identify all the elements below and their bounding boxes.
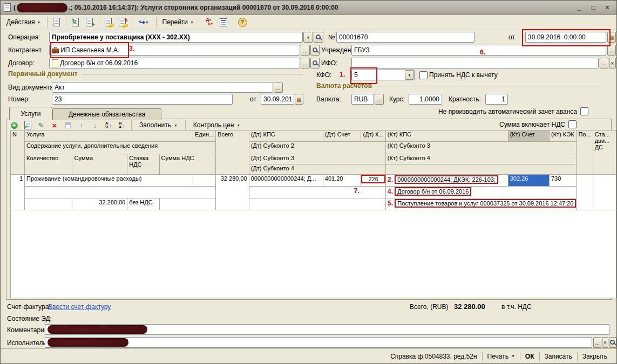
cell-total[interactable]: 32 280,00 [216,175,249,210]
tab-services[interactable]: Услуги [9,107,52,120]
table-empty-area[interactable] [11,210,616,298]
cell-dt-account[interactable]: 401.20 [323,175,361,187]
col-header-kt-sub3[interactable]: (Кт) Субконто 3 [385,142,577,154]
goto-menu-button[interactable]: Перейти ▼ [159,17,198,27]
contract-browse-button[interactable]: ... [301,58,310,68]
col-header-dt-kek[interactable]: (Дт) К... [361,131,385,142]
report-structure-button[interactable] [217,17,230,28]
rate-input[interactable] [409,94,442,105]
cell-n[interactable]: 1 [11,175,25,210]
contract-field[interactable]: Договор б/н от 06.09.2016 [49,58,300,68]
institution-browse-button[interactable]: ... [607,45,616,56]
cell-kt-kps[interactable]: 2.0000000000000244; ДКЭК: 226-103; [385,175,508,187]
help-button[interactable]: ? [236,17,249,28]
cell-quantity[interactable] [25,198,72,210]
tab-obligations[interactable]: Денежные обязательства [52,108,161,120]
output-list-button[interactable]: ↪ ▼ [135,17,153,28]
counterparty-browse-button[interactable]: ... [301,45,310,56]
institution-input[interactable] [351,45,606,56]
currency-input[interactable] [351,94,374,105]
maximize-button[interactable]: □ [587,3,599,12]
col-header-dt-sub4[interactable]: (Дт) Субконто 4 [249,164,385,175]
col-header-vat-rate[interactable]: Ставка НДС [127,154,159,175]
col-header-service[interactable]: Услуга [25,131,193,142]
close-button[interactable]: Закрыть [578,353,612,360]
cell-vat-sum[interactable] [159,198,216,210]
comment-input[interactable] [45,324,609,335]
post-and-close-button[interactable]: ← [50,17,63,28]
cell-kt-account-selected[interactable]: 302.26 [508,175,549,187]
executor-browse-button[interactable]: ... [593,337,601,348]
contract-search-button[interactable] [310,58,320,68]
operation-input[interactable] [49,32,303,43]
primary-doc-calendar-button[interactable]: ▦ [295,94,303,105]
sort-ascending-button[interactable]: АЯ↓ [103,120,114,131]
table-row[interactable]: 1 Проживание (командировочные расходы) 3… [11,175,616,187]
cell-dt-kek[interactable]: 226 [361,175,385,187]
move-up-button[interactable]: ↑ [76,120,87,131]
cell-po[interactable] [577,175,593,210]
sum-includes-vat-checkbox[interactable] [568,120,577,128]
counterparty-search-button[interactable] [310,45,320,56]
edit-row-button[interactable]: ✎ [35,120,47,131]
executor-clear-button[interactable]: × [602,337,608,348]
cell-content[interactable] [25,187,216,198]
col-header-unit[interactable]: Един... [193,131,216,142]
refresh-button[interactable]: ↻ [69,17,82,28]
col-header-dt-account[interactable]: (Дт) Счет [323,131,361,142]
unpost-document-button[interactable]: ↰ [116,17,129,28]
minimize-button[interactable]: _ [573,3,585,12]
services-table[interactable]: N Услуга Един... Всего (Дт) КПС (Дт) Сче… [10,130,616,298]
save-button[interactable]: Записать [540,353,577,360]
cell-dt-sub3[interactable] [249,198,385,210]
primary-doc-number-input[interactable] [52,94,233,105]
col-header-kt-kps[interactable]: (Кт) КПС [385,131,508,142]
post-document-button[interactable] [102,17,115,28]
operation-dropdown-button[interactable]: ▼ [303,32,313,43]
col-header-dt-kps[interactable]: (Дт) КПС [249,131,323,142]
doc-type-input[interactable] [52,82,273,93]
accept-vat-checkbox[interactable] [419,71,428,79]
copy-row-button[interactable]: + [22,120,33,131]
col-header-dt-sub2[interactable]: (Дт) Субконто 2 [249,142,385,154]
ifo-input[interactable] [351,58,599,68]
cell-dt-sub2[interactable]: 7. [249,187,385,198]
cell-vat-rate[interactable]: без НДС [127,198,159,210]
fill-menu-button[interactable]: Заполнить ▼ [135,121,182,129]
col-header-quantity[interactable]: Количество [25,154,72,175]
no-auto-offset-checkbox[interactable] [580,107,588,115]
delete-row-button[interactable]: × [49,120,60,131]
kfo-dropdown-button[interactable]: ▼ [405,70,414,80]
copy-document-button[interactable]: + [83,17,96,28]
col-header-po[interactable]: По... [577,131,593,175]
ok-button[interactable]: ОК [520,353,539,360]
operation-search-button[interactable] [314,32,323,43]
col-header-n[interactable]: N [11,131,25,175]
doc-type-browse-button[interactable]: ... [274,82,283,93]
table-row[interactable]: 7. 4.Договор б/н от 06.09.2016 [11,187,616,198]
col-header-content[interactable]: Содержание услуги, дополнительные сведен… [25,142,216,154]
executor-input[interactable] [45,337,592,348]
cell-kt-kek[interactable]: 730 [550,175,577,187]
currency-browse-button[interactable]: ... [375,94,384,105]
col-header-kt-account[interactable]: (Кт) Счет [508,131,549,142]
add-row-button[interactable]: + [8,120,20,131]
document-date-input[interactable] [525,32,606,43]
enter-invoice-link[interactable]: Ввести счет-фактуру [48,303,111,311]
sort-descending-button[interactable]: ЯА↓ [116,120,128,131]
kfo-combobox[interactable]: 5 ▼ [351,70,415,80]
cell-unit[interactable] [193,175,216,187]
ifo-browse-button[interactable]: ... [600,58,608,68]
move-down-button[interactable]: ↓ [89,120,101,131]
executor-search-button[interactable] [609,337,616,348]
col-header-kt-kek[interactable]: (Кт) КЭК [550,131,577,142]
date-calendar-button[interactable]: ▦ [607,32,616,43]
primary-doc-date-input[interactable] [261,94,294,105]
col-header-total[interactable]: Всего [216,131,249,175]
close-window-button[interactable]: × [601,3,613,12]
counterparty-field[interactable]: ИП Савельева М.А. [49,45,300,56]
ifo-clear-button[interactable]: × [609,58,616,68]
dt-kt-postings-button[interactable]: Дт Кт [203,17,216,28]
price-control-menu-button[interactable]: Контроль цен ▼ [189,121,245,129]
col-header-sum[interactable]: Сумма [72,154,127,175]
